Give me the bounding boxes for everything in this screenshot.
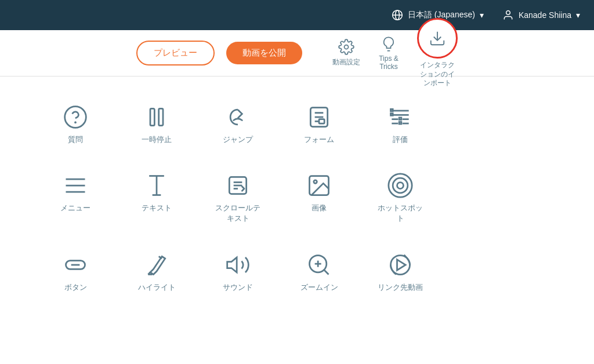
highlight-item[interactable]: ハイライト [116,238,197,307]
zoomin-icon [306,252,332,278]
import-label: インタラクションのインポート [420,61,455,88]
svg-rect-23 [399,118,401,120]
linkvideo-item[interactable]: リンク先動画 [360,238,441,307]
linkvideo-label: リンク先動画 [378,282,423,293]
import-icon [429,30,446,47]
jump-label: ジャンプ [223,134,253,145]
tips-tricks-label: Tips &Tricks [379,54,399,71]
highlight-label: ハイライト [138,282,176,293]
question-item[interactable]: 質問 [35,90,116,159]
svg-point-37 [393,178,408,193]
jump-item[interactable]: ジャンプ [197,90,278,159]
svg-point-35 [314,180,317,184]
import-interactions-button[interactable]: インタラクションのインポート [417,18,458,88]
interactions-grid: 質問 一時停止 ジャンプ フォーム [35,90,594,307]
form-item[interactable]: フォーム [278,90,360,159]
settings-icon [338,39,354,55]
zoomin-label: ズームイン [300,282,338,293]
image-label: 画像 [312,203,327,213]
lightbulb-icon [381,36,397,52]
svg-point-3 [506,11,510,15]
user-label: Kanade Shiina [519,10,571,20]
svg-line-42 [324,270,329,274]
form-icon [306,104,332,130]
video-settings-button[interactable]: 動画設定 [332,39,360,67]
highlight-icon [144,252,169,278]
text-label: テキスト [142,203,172,213]
menu-icon [63,173,88,198]
hotspot-item[interactable]: ホットスポット [360,159,441,238]
svg-rect-9 [159,108,163,125]
sound-icon [225,252,251,278]
tips-tricks-button[interactable]: Tips &Tricks [379,36,399,71]
sound-item[interactable]: サウンド [197,238,278,307]
image-icon [306,173,332,198]
user-menu[interactable]: Kanade Shiina ▾ [502,9,580,21]
svg-marker-40 [227,257,237,272]
language-chevron: ▾ [480,10,484,20]
text-item[interactable]: テキスト [116,159,197,238]
jump-icon [225,104,251,130]
button-icon [63,252,88,278]
topbar: 日本語 (Japanese) ▾ Kanade Shiina ▾ [0,0,594,30]
svg-point-36 [397,183,404,189]
import-circle [417,18,458,59]
svg-point-6 [65,107,86,128]
user-chevron: ▾ [576,10,580,20]
menu-item[interactable]: メニュー [35,159,116,238]
image-item[interactable]: 画像 [278,159,360,238]
preview-button[interactable]: プレビュー [136,41,215,65]
toolbar-actions: 動画設定 Tips &Tricks インタラクションのインポート [332,18,458,88]
svg-rect-24 [399,122,401,124]
menu-label: メニュー [60,203,90,213]
question-label: 質問 [68,134,83,145]
linkvideo-icon [387,252,413,278]
main-content: 質問 一時停止 ジャンプ フォーム [0,77,594,364]
text-icon [144,173,169,198]
hotspot-label: ホットスポット [378,203,423,224]
toolbar: プレビュー 動画を公開 動画設定 Tips &Tricks [0,30,594,77]
publish-button[interactable]: 動画を公開 [226,42,302,64]
pause-item[interactable]: 一時停止 [116,90,197,159]
svg-rect-14 [319,119,324,123]
hotspot-icon [387,173,413,198]
scrolltext-item[interactable]: スクロールテキスト [197,159,278,238]
button-label: ボタン [64,282,87,293]
rating-item[interactable]: 評価 [360,90,441,159]
video-settings-label: 動画設定 [332,57,360,67]
button-item[interactable]: ボタン [35,238,116,307]
question-icon [63,104,88,130]
sound-label: サウンド [223,282,253,293]
scrolltext-icon [225,173,251,198]
rating-icon [387,104,413,130]
zoomin-item[interactable]: ズームイン [278,238,360,307]
rating-label: 評価 [393,134,408,145]
svg-point-4 [345,45,349,49]
svg-rect-8 [150,108,154,125]
scrolltext-label: スクロールテキスト [215,203,260,224]
pause-icon [144,104,169,130]
pause-label: 一時停止 [142,134,172,145]
form-label: フォーム [304,134,334,145]
user-icon [502,9,514,21]
